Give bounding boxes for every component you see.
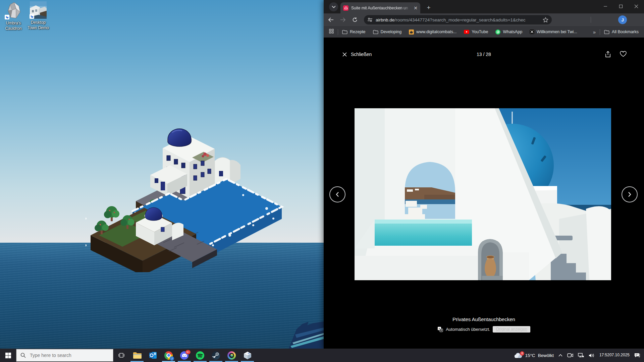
url-text: airbnb.de/rooms/43447724?search_mode=reg…	[376, 17, 543, 22]
shortcut-arrow-icon	[30, 14, 34, 19]
bookmark-star-icon[interactable]	[543, 17, 548, 23]
share-icon[interactable]	[605, 51, 611, 58]
show-original-link[interactable]: Original anzeigen	[493, 326, 530, 333]
screen: Umbra'sCauldron DesktopTown Demo	[0, 0, 644, 362]
site-settings-icon[interactable]	[367, 17, 373, 22]
weather-temp: 15°C	[525, 353, 535, 358]
youtube-icon	[464, 30, 469, 34]
shortcut-arrow-icon	[5, 15, 9, 19]
all-bookmarks[interactable]: All Bookmarks	[604, 29, 639, 34]
browser-toolbar: airbnb.de/rooms/43447724?search_mode=reg…	[324, 13, 644, 26]
taskbar-icon-color-app[interactable]	[224, 349, 239, 362]
whatsapp-icon	[495, 29, 500, 35]
next-photo-button[interactable]	[622, 186, 638, 202]
tab-strip: Suite mit Außentauchbecken un ✕ +	[324, 0, 644, 13]
wallpaper-boat	[285, 312, 325, 349]
tab-close-icon[interactable]: ✕	[414, 6, 418, 10]
discord-badge: 9+	[185, 350, 191, 354]
photo-gallery: 13 / 28 Schließen	[324, 38, 644, 349]
bookmark-twitter-x[interactable]: Willkommen bei Twi...	[530, 29, 577, 34]
airbnb-favicon	[343, 5, 348, 11]
weather-widget[interactable]: 8 15°C Bewölkt	[512, 349, 556, 362]
taskbar: J 9+	[0, 349, 644, 362]
taskbar-icon-spotify[interactable]	[192, 349, 208, 362]
translation-note-row: A Automatisch übersetzt. Original anzeig…	[324, 326, 644, 333]
gallery-header: 13 / 28 Schließen	[324, 47, 644, 62]
new-tab-button[interactable]: +	[424, 3, 433, 12]
favorite-heart-icon[interactable]	[620, 51, 627, 57]
chrome-profile-badge: J	[170, 356, 174, 361]
taskbar-icon-file-explorer[interactable]	[129, 349, 145, 362]
tray-chevron-up[interactable]	[556, 349, 565, 362]
tab-title: Suite mit Außentauchbecken un	[351, 6, 411, 10]
folder-icon	[373, 30, 378, 34]
task-view-button[interactable]	[113, 349, 129, 362]
reload-button[interactable]	[350, 15, 360, 25]
folder-icon	[342, 30, 347, 34]
network-icon[interactable]	[576, 349, 586, 362]
folder-icon	[604, 30, 609, 34]
bookmark-digitalcombats[interactable]: www.digitalcombats...	[409, 29, 457, 35]
taskbar-clock[interactable]: 17:52 07.10.2025	[597, 349, 632, 362]
tab-search-button[interactable]	[329, 2, 338, 11]
search-input[interactable]	[29, 352, 108, 358]
isometric-town-render	[86, 125, 287, 272]
bookmark-rezepte[interactable]: Rezepte	[342, 29, 366, 34]
minimize-button[interactable]	[598, 0, 613, 13]
bookmarks-bar: Rezepte Developing www.digitalcombats...…	[324, 26, 644, 38]
search-icon	[20, 353, 26, 358]
window-controls	[598, 0, 644, 13]
listing-photo	[355, 108, 611, 280]
weather-condition: Bewölkt	[538, 353, 554, 358]
bookmarks-separator	[338, 29, 338, 35]
photo-caption: Privates Außentauchbecken	[324, 316, 644, 322]
toolbar-separator	[591, 17, 591, 23]
bookmarks-separator	[600, 29, 600, 35]
system-tray: 8 15°C Bewölkt 17:52 07.10.2025	[512, 349, 644, 362]
taskbar-icon-town-demo-cube[interactable]	[239, 349, 255, 362]
maximize-button[interactable]	[613, 0, 629, 13]
start-button[interactable]	[0, 349, 16, 362]
x-icon	[530, 29, 534, 34]
desktop-icon-town-demo[interactable]: DesktopTown Demo	[25, 1, 51, 31]
desktop-icon-label: DesktopTown Demo	[25, 20, 51, 31]
bookmark-whatsapp[interactable]: WhatsApp	[495, 29, 522, 35]
dcs-favicon	[409, 29, 414, 35]
meet-now-icon[interactable]	[565, 349, 576, 362]
action-center-icon[interactable]	[632, 349, 644, 362]
address-bar[interactable]: airbnb.de/rooms/43447724?search_mode=reg…	[364, 15, 552, 24]
translated-note: Automatisch übersetzt.	[446, 327, 490, 332]
bookmark-youtube[interactable]: YouTube	[464, 29, 488, 34]
taskbar-icon-discord[interactable]: 9+	[176, 349, 192, 362]
browser-window: Suite mit Außentauchbecken un ✕ +	[324, 0, 644, 349]
desktop-icon-umbras-cauldron[interactable]: Umbra'sCauldron	[1, 2, 26, 31]
translate-icon: A	[437, 326, 443, 332]
close-button[interactable]	[629, 0, 644, 13]
forward-button[interactable]	[338, 15, 348, 25]
browser-tab[interactable]: Suite mit Außentauchbecken un ✕	[340, 2, 420, 13]
clock-time: 17:52	[599, 353, 609, 358]
taskbar-icon-chrome[interactable]: J	[161, 349, 176, 362]
profile-avatar[interactable]: J	[618, 15, 627, 24]
clock-date: 07.10.2025	[609, 353, 630, 358]
weather-badge: 8	[520, 351, 524, 356]
taskbar-icon-outlook[interactable]	[145, 349, 161, 362]
desktop-icon-label: Umbra'sCauldron	[1, 21, 26, 31]
photo-counter: 13 / 28	[324, 52, 644, 57]
bookmarks-overflow-chevron[interactable]: »	[593, 29, 596, 35]
taskbar-icon-steam[interactable]	[208, 349, 224, 362]
previous-photo-button[interactable]	[329, 186, 345, 202]
bookmark-developing[interactable]: Developing	[373, 29, 402, 34]
apps-grid-icon[interactable]	[329, 29, 334, 35]
taskbar-search[interactable]	[16, 349, 113, 362]
back-button[interactable]	[326, 15, 336, 25]
volume-icon[interactable]	[586, 349, 597, 362]
